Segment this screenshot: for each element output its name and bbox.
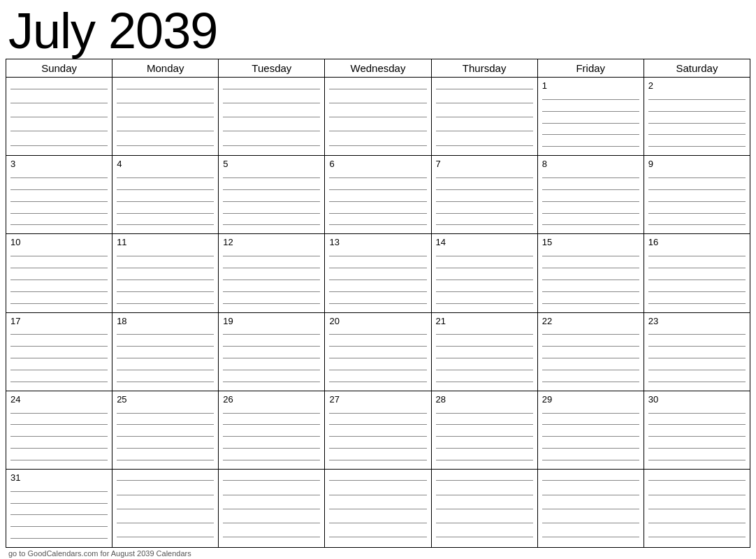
day-line xyxy=(10,413,108,414)
day-cell-10: 10 xyxy=(6,234,112,312)
day-line xyxy=(223,424,320,425)
day-line xyxy=(542,280,639,280)
calendar-title: July 2039 xyxy=(6,0,750,59)
day-line xyxy=(436,358,533,358)
day-cell-empty-5-2 xyxy=(219,470,325,547)
day-cell-empty-0-0 xyxy=(6,78,112,155)
day-line xyxy=(648,224,746,225)
day-line xyxy=(648,303,746,304)
day-line xyxy=(223,480,320,481)
day-cell-empty-5-5 xyxy=(538,470,644,547)
calendar-grid: SundayMondayTuesdayWednesdayThursdayFrid… xyxy=(6,59,750,548)
day-number: 9 xyxy=(648,159,746,169)
day-line xyxy=(436,334,533,335)
day-cell-empty-5-1 xyxy=(112,470,219,547)
day-line xyxy=(117,303,214,304)
day-line xyxy=(117,346,214,347)
day-cell-19: 19 xyxy=(219,313,325,391)
day-line xyxy=(223,460,320,460)
day-lines xyxy=(648,406,746,466)
day-line xyxy=(117,537,214,537)
day-cell-21: 21 xyxy=(432,313,538,391)
day-line xyxy=(10,334,108,335)
footer-text: go to GoodCalendars.com for August 2039 … xyxy=(6,548,750,559)
day-line xyxy=(117,213,214,214)
day-line xyxy=(117,413,214,414)
day-header-wednesday: Wednesday xyxy=(325,59,431,77)
day-line xyxy=(648,146,746,147)
day-number: 21 xyxy=(436,316,533,326)
day-header-saturday: Saturday xyxy=(644,59,750,77)
day-line xyxy=(436,436,533,437)
day-line xyxy=(329,413,426,414)
day-lines xyxy=(329,472,426,544)
day-number: 24 xyxy=(10,394,108,405)
day-line xyxy=(648,460,746,460)
day-line xyxy=(648,346,746,347)
day-line xyxy=(10,117,108,117)
day-number: 25 xyxy=(117,394,214,405)
day-number: 19 xyxy=(223,316,320,326)
day-line xyxy=(648,382,746,382)
day-line xyxy=(117,291,214,292)
day-lines xyxy=(10,484,108,544)
day-line xyxy=(329,268,426,268)
day-lines xyxy=(436,472,533,544)
day-number: 10 xyxy=(10,237,108,247)
day-line xyxy=(329,131,426,131)
day-line xyxy=(436,201,533,202)
day-line xyxy=(329,460,426,460)
day-line xyxy=(648,436,746,437)
day-line xyxy=(223,413,320,414)
day-line xyxy=(223,495,320,495)
day-line xyxy=(542,358,639,358)
day-line xyxy=(223,346,320,347)
day-line xyxy=(542,291,639,292)
week-row-4: 24252627282930 xyxy=(6,391,750,470)
day-line xyxy=(10,448,108,449)
day-line xyxy=(542,413,639,414)
day-line xyxy=(10,503,108,504)
day-cell-23: 23 xyxy=(644,313,750,391)
day-lines xyxy=(436,328,533,388)
day-line xyxy=(329,509,426,509)
day-cell-30: 30 xyxy=(644,391,750,469)
day-line xyxy=(648,537,746,537)
day-lines xyxy=(117,80,214,152)
day-line xyxy=(648,523,746,523)
day-line xyxy=(542,256,639,256)
day-line xyxy=(436,303,533,304)
day-cell-25: 25 xyxy=(112,391,219,469)
day-cell-3: 3 xyxy=(6,156,112,233)
day-number: 28 xyxy=(436,394,533,405)
day-line xyxy=(436,413,533,414)
day-line xyxy=(542,448,639,449)
day-line xyxy=(117,189,214,190)
day-lines xyxy=(436,249,533,309)
day-line xyxy=(10,256,108,256)
day-line xyxy=(329,280,426,280)
day-cell-31: 31 xyxy=(6,470,112,547)
day-cell-28: 28 xyxy=(432,391,538,469)
day-line xyxy=(117,103,214,103)
week-row-0: 12 xyxy=(6,78,750,156)
day-number: 26 xyxy=(223,394,320,405)
day-line xyxy=(117,495,214,495)
day-cell-29: 29 xyxy=(538,391,644,469)
day-header-sunday: Sunday xyxy=(6,59,112,77)
day-line xyxy=(329,334,426,335)
day-line xyxy=(117,424,214,425)
day-line xyxy=(436,448,533,449)
day-line xyxy=(329,103,426,103)
day-lines xyxy=(329,328,426,388)
day-number: 29 xyxy=(542,394,639,405)
day-lines xyxy=(542,170,639,231)
day-line xyxy=(542,201,639,202)
day-number: 8 xyxy=(542,159,639,169)
day-number: 5 xyxy=(223,159,320,169)
day-line xyxy=(223,448,320,449)
day-line xyxy=(436,117,533,117)
day-lines xyxy=(223,472,320,544)
day-cell-empty-0-2 xyxy=(219,78,325,155)
day-line xyxy=(117,460,214,460)
